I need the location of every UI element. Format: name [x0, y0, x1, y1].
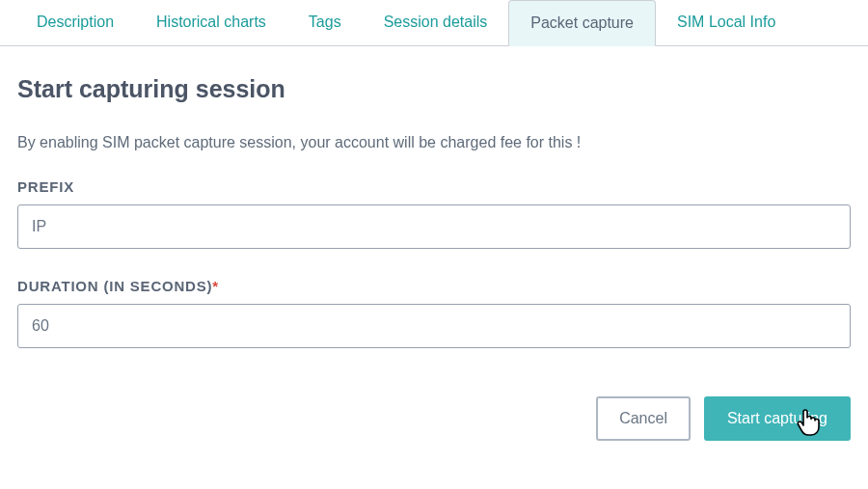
tab-sim-local-info[interactable]: SIM Local Info	[656, 0, 797, 45]
duration-input[interactable]	[17, 304, 851, 348]
tab-tags[interactable]: Tags	[287, 0, 363, 45]
tab-description[interactable]: Description	[15, 0, 135, 45]
prefix-input[interactable]	[17, 204, 851, 249]
tabs-bar: Description Historical charts Tags Sessi…	[0, 0, 868, 46]
page-title: Start capturing session	[17, 75, 851, 103]
duration-label: DURATION (IN SECONDS)*	[17, 278, 851, 294]
duration-label-text: DURATION (IN SECONDS)	[17, 278, 212, 294]
tab-packet-capture[interactable]: Packet capture	[508, 0, 656, 46]
button-row: Cancel Start capturing	[17, 377, 851, 441]
tab-historical-charts[interactable]: Historical charts	[135, 0, 287, 45]
cancel-button[interactable]: Cancel	[596, 396, 691, 441]
prefix-label: PREFIX	[17, 178, 851, 195]
start-capturing-button[interactable]: Start capturing	[704, 396, 851, 441]
tab-session-details[interactable]: Session details	[363, 0, 509, 45]
required-mark: *	[212, 278, 219, 294]
content-area: Start capturing session By enabling SIM …	[0, 46, 868, 450]
page-description: By enabling SIM packet capture session, …	[17, 134, 851, 151]
